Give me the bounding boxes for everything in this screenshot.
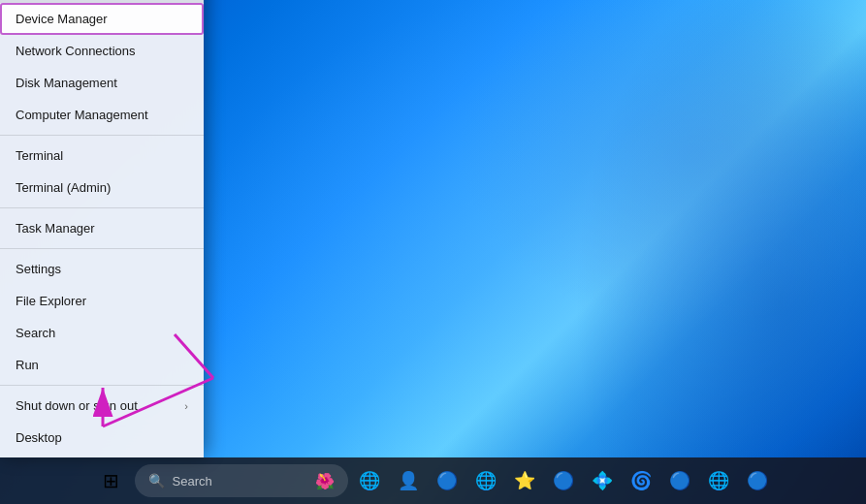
menu-separator [0, 135, 204, 136]
globe3-icon: 🌐 [708, 470, 729, 491]
circle3-icon: 🔵 [669, 470, 690, 491]
menu-item-label-shut-down: Shut down or sign out [16, 398, 138, 413]
chevron-right-icon: › [184, 400, 188, 412]
menu-item-label-file-explorer: File Explorer [16, 294, 86, 308]
taskbar-icon-3[interactable]: 🌐 [468, 463, 503, 498]
menu-item-shut-down[interactable]: Shut down or sign out› [0, 390, 204, 422]
menu-item-file-explorer[interactable]: File Explorer [0, 285, 204, 317]
menu-item-label-terminal-admin: Terminal (Admin) [16, 180, 111, 195]
globe-icon: 🌐 [359, 470, 380, 491]
circle2-icon: 🔵 [553, 470, 574, 491]
taskbar-icon-9[interactable]: 🌐 [701, 463, 736, 498]
menu-item-label-device-manager: Device Manager [16, 12, 108, 26]
windows-logo-icon: ⊞ [103, 469, 119, 492]
taskbar-icon-10[interactable]: 🔵 [740, 463, 775, 498]
desktop: SystemDevice ManagerNetwork ConnectionsD… [0, 0, 866, 504]
menu-separator [0, 385, 204, 386]
menu-item-terminal-admin[interactable]: Terminal (Admin) [0, 172, 204, 204]
circle-blue-icon: 🔵 [436, 470, 458, 491]
menu-item-label-search: Search [16, 326, 55, 340]
search-decoration-icon: 🌺 [315, 472, 335, 490]
taskbar-icon-1[interactable]: 👤 [391, 463, 426, 498]
taskbar-search-bar[interactable]: 🔍 Search 🌺 [135, 464, 348, 497]
menu-item-label-computer-management: Computer Management [16, 108, 148, 122]
menu-item-settings[interactable]: Settings [0, 253, 204, 285]
menu-item-label-terminal: Terminal [16, 148, 63, 163]
taskbar-center: ⊞ 🔍 Search 🌺 🌐 👤 🔵 🌐 ⭐ 🔵 💠 🌀 🔵 🌐 🔵 [92, 461, 775, 500]
menu-item-terminal[interactable]: Terminal [0, 140, 204, 172]
menu-item-task-manager[interactable]: Task Manager [0, 212, 204, 244]
menu-item-label-desktop: Desktop [16, 430, 62, 445]
taskbar: ⊞ 🔍 Search 🌺 🌐 👤 🔵 🌐 ⭐ 🔵 💠 🌀 🔵 🌐 🔵 [0, 457, 866, 504]
taskbar-icon-5[interactable]: 🔵 [546, 463, 581, 498]
taskbar-icon-6[interactable]: 💠 [585, 463, 620, 498]
menu-separator [0, 207, 204, 208]
context-menu: SystemDevice ManagerNetwork ConnectionsD… [0, 0, 204, 457]
start-button[interactable]: ⊞ [92, 461, 131, 500]
menu-item-network-connections[interactable]: Network Connections [0, 35, 204, 67]
swirl-icon: 🌀 [630, 470, 652, 491]
menu-item-search[interactable]: Search [0, 317, 204, 349]
search-label: Search [173, 474, 307, 488]
taskbar-icon-2[interactable]: 🔵 [430, 463, 465, 498]
taskbar-icon-8[interactable]: 🔵 [662, 463, 697, 498]
circle4-icon: 🔵 [747, 470, 768, 491]
menu-item-computer-management[interactable]: Computer Management [0, 99, 204, 131]
menu-item-label-settings: Settings [16, 262, 61, 276]
menu-item-label-disk-management: Disk Management [16, 76, 117, 90]
menu-item-disk-management[interactable]: Disk Management [0, 67, 204, 99]
user-icon: 👤 [398, 470, 419, 491]
globe2-icon: 🌐 [475, 470, 497, 491]
star-icon: ⭐ [514, 470, 535, 491]
menu-item-device-manager[interactable]: Device Manager [0, 3, 204, 35]
taskbar-icon-0[interactable]: 🌐 [352, 463, 387, 498]
menu-item-desktop[interactable]: Desktop [0, 422, 204, 454]
menu-item-label-network-connections: Network Connections [16, 44, 136, 58]
menu-separator [0, 248, 204, 249]
menu-item-label-run: Run [16, 358, 39, 372]
diamond-icon: 💠 [592, 470, 613, 491]
menu-item-run[interactable]: Run [0, 349, 204, 381]
search-icon: 🔍 [148, 473, 165, 488]
menu-item-label-task-manager: Task Manager [16, 221, 95, 236]
taskbar-icon-4[interactable]: ⭐ [507, 463, 542, 498]
taskbar-icon-7[interactable]: 🌀 [624, 463, 658, 498]
